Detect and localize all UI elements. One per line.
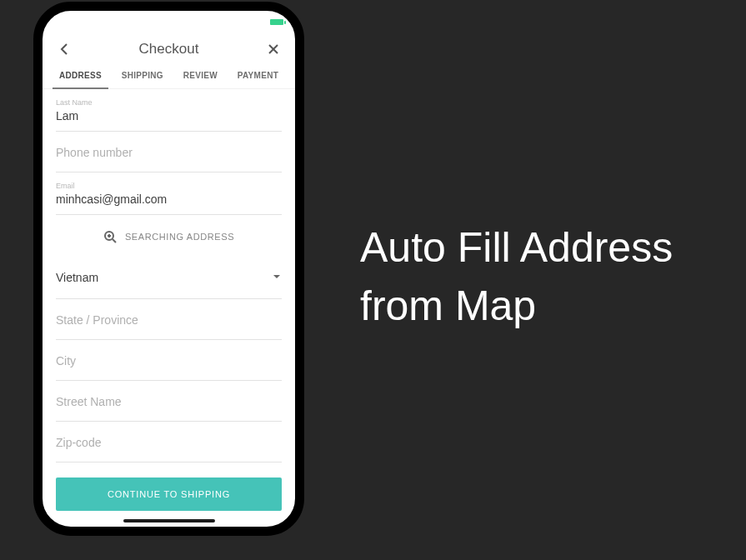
email-label: Email [56, 181, 282, 191]
back-button[interactable] [56, 41, 73, 58]
battery-icon [270, 19, 283, 25]
zip-placeholder: Zip-code [56, 430, 282, 455]
searching-address-label: SEARCHING ADDRESS [125, 232, 234, 242]
state-placeholder: State / Province [56, 308, 282, 332]
chevron-left-icon [59, 42, 69, 56]
tab-review[interactable]: REVIEW [180, 64, 221, 88]
street-field[interactable]: Street Name [56, 381, 282, 422]
email-field[interactable]: Email minhcasi@gmail.com [56, 172, 282, 215]
email-value: minhcasi@gmail.com [56, 191, 282, 208]
tab-address[interactable]: ADDRESS [56, 64, 105, 88]
tab-shipping[interactable]: SHIPPING [118, 64, 167, 88]
marketing-caption: Auto Fill Address from Map [360, 218, 673, 335]
phone-frame: Checkout ADDRESS SHIPPING REVIEW PAYMENT… [33, 2, 304, 536]
close-button[interactable] [265, 41, 282, 58]
city-field[interactable]: City [56, 340, 282, 381]
page-title: Checkout [73, 41, 265, 58]
country-value: Vietnam [56, 263, 282, 292]
phone-placeholder: Phone number [56, 140, 282, 165]
last-name-label: Last Name [56, 98, 282, 108]
home-indicator[interactable] [123, 519, 215, 522]
search-location-icon [103, 230, 117, 243]
caption-line-2: from Map [360, 277, 673, 335]
caption-line-1: Auto Fill Address [360, 218, 673, 277]
state-field[interactable]: State / Province [56, 299, 282, 340]
city-placeholder: City [56, 348, 282, 373]
caret-down-icon [273, 275, 280, 278]
last-name-value: Lam [56, 108, 282, 124]
zip-field[interactable]: Zip-code [56, 422, 282, 462]
country-dropdown[interactable]: Vietnam [56, 255, 282, 299]
close-icon [268, 43, 279, 55]
continue-to-shipping-button[interactable]: CONTINUE TO SHIPPING [56, 478, 282, 511]
last-name-field[interactable]: Last Name Lam [56, 89, 282, 132]
svg-line-3 [113, 239, 116, 242]
tab-payment[interactable]: PAYMENT [234, 64, 282, 88]
status-bar [43, 11, 295, 26]
searching-address-button[interactable]: SEARCHING ADDRESS [56, 215, 282, 255]
phone-field[interactable]: Phone number [56, 132, 282, 172]
street-placeholder: Street Name [56, 389, 282, 414]
